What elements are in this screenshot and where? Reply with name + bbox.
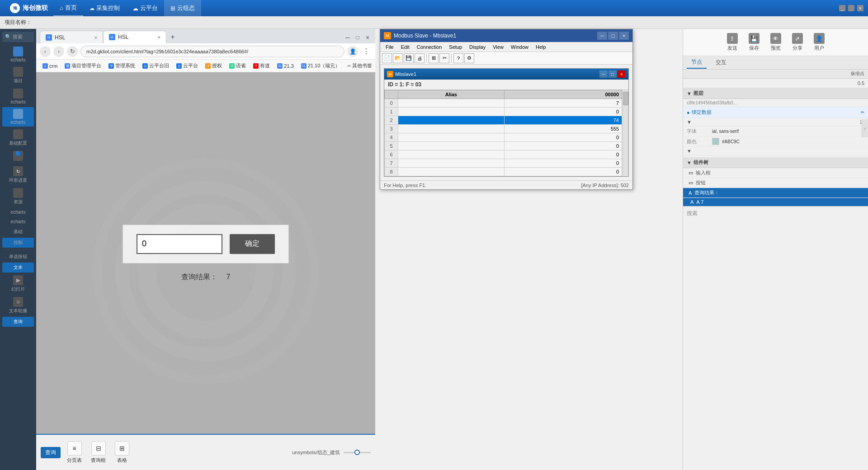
sidebar-item-echarts3[interactable]: echarts [2, 107, 34, 127]
reload-button[interactable]: ↻ [67, 46, 78, 57]
bookmark-project[interactable]: 项 项目管理平台 [62, 61, 104, 70]
bookmark-213[interactable]: 21 21.3 [274, 62, 296, 70]
modbus-tool-5[interactable]: ⊞ [429, 53, 439, 63]
menu-window[interactable]: Window [507, 43, 532, 51]
profile-icon[interactable]: 👤 [347, 46, 358, 57]
symbol-slider[interactable] [344, 452, 371, 453]
modbus-tool-print[interactable]: 🖨 [415, 53, 425, 63]
menu-setup[interactable]: Setup [445, 43, 466, 51]
forward-button[interactable]: › [53, 46, 64, 57]
layer-input-box[interactable]: ▭ 输入框 [683, 168, 868, 178]
modbus-tool-save[interactable]: 💾 [404, 53, 414, 63]
sidebar-item-slides[interactable]: ▶ 幻灯片 [2, 273, 34, 294]
modbus-minimize-btn[interactable]: ─ [597, 32, 607, 40]
sidebar-item-echarts2[interactable]: echarts [2, 87, 34, 106]
browser-tab-1[interactable]: H HSL × [40, 31, 103, 43]
sidebar-item-text[interactable]: 文本 [2, 263, 34, 273]
sidebar-item-control[interactable]: 控制 [2, 238, 34, 248]
bookmark-cloud[interactable]: 云 云平台 [174, 61, 201, 70]
browser-restore[interactable]: □ [354, 33, 362, 42]
back-button[interactable]: ‹ [40, 46, 51, 57]
modbus-tool-config[interactable]: ⚙ [464, 53, 474, 63]
bookmark-2110[interactable]: 21 21.10（瑞元） [298, 61, 343, 70]
sidebar-item-echarts1[interactable]: echarts [2, 45, 34, 64]
menu-icon[interactable]: ⋮ [361, 46, 372, 57]
comp-item-pagination[interactable]: ≡ 分页表 [64, 439, 85, 465]
sidebar-item-resource[interactable]: 资源 [2, 186, 34, 207]
bottom-active-tab[interactable]: 查询 [41, 447, 61, 458]
browser-tab-2[interactable]: H HSL × [103, 31, 166, 43]
layer-query-value[interactable]: A A 7 [683, 198, 868, 207]
menu-connection[interactable]: Connection [413, 43, 446, 51]
bookmark-crm[interactable]: c crm [40, 62, 60, 70]
confirm-button[interactable]: 确定 [230, 234, 275, 254]
right-search[interactable]: 搜索 [683, 207, 868, 220]
close-btn[interactable]: × [857, 5, 863, 11]
browser-close[interactable]: × [363, 33, 372, 42]
nav-collect[interactable]: ☁ 采集控制 [83, 0, 126, 16]
sidebar-item-radio[interactable]: 单选按钮 [2, 252, 34, 262]
tab-close-1[interactable]: × [94, 35, 97, 40]
prop-expand1[interactable]: ▼ 10 [683, 118, 868, 127]
menu-edit[interactable]: Edit [397, 43, 413, 51]
color-swatch[interactable] [712, 138, 719, 145]
modbus-tool-open[interactable]: 📂 [393, 53, 403, 63]
restore-btn[interactable] [848, 5, 854, 11]
layer-button[interactable]: ▭ 按钮 [683, 178, 868, 188]
menu-view[interactable]: View [489, 43, 507, 51]
sidebar-item-query[interactable]: 查询 [2, 317, 34, 327]
sidebar-search[interactable]: 🔍 搜索 [2, 32, 34, 42]
bind-data-header[interactable]: ● 绑定数据 ✏ [683, 107, 868, 118]
layer-query-result-label[interactable]: A 查询结果： [683, 188, 868, 198]
sidebar-item-project[interactable]: 项目 [2, 65, 34, 86]
rt-btn-save[interactable]: 💾 保存 [745, 31, 763, 53]
rt-btn-user[interactable]: 👤 用户 [810, 31, 828, 53]
bookmark-cloud-old[interactable]: 云 云平台旧 [140, 61, 172, 70]
tab-nodes[interactable]: 节点 [687, 56, 707, 69]
tab-interact[interactable]: 交互 [711, 57, 731, 68]
tab-add-button[interactable]: + [166, 31, 179, 43]
url-bar[interactable]: m2d.gkliot.com/client.html?tag=29b1601e3… [80, 46, 344, 57]
menu-file[interactable]: File [382, 43, 397, 51]
rt-btn-send[interactable]: ⇧ 发送 [723, 31, 741, 53]
sidebar-item-huanxing[interactable]: ↻ 环形进度 [2, 164, 34, 185]
app-logo[interactable]: 海 海创微联 [5, 3, 53, 13]
sidebar-item-echarts5[interactable]: echarts [2, 217, 34, 226]
bookmark-youdao[interactable]: Y 有道 [250, 61, 273, 70]
rt-btn-preview[interactable]: 👁 预览 [767, 31, 785, 53]
bookmark-auth[interactable]: 授 授权 [203, 61, 225, 70]
modbus-tool-6[interactable]: ✂ [439, 53, 449, 63]
nav-home[interactable]: ⌂ 首页 [53, 0, 83, 16]
nav-cloud[interactable]: ☁ 云平台 [126, 0, 164, 16]
prop-expand2[interactable]: ▼ [683, 147, 868, 155]
query-input[interactable] [137, 234, 222, 254]
sidebar-item-echarts4[interactable]: echarts [2, 208, 34, 216]
menu-help[interactable]: Help [532, 43, 550, 51]
sidebar-item-tuxing[interactable]: 🔵 [2, 149, 34, 164]
sidebar-item-jichu2[interactable]: 基础 [2, 227, 34, 237]
layers-section2-header[interactable]: ▼ 组件树 [683, 157, 868, 168]
modbus-tool-help[interactable]: ? [453, 53, 463, 63]
expand-right[interactable]: › [862, 119, 868, 137]
browser-minimize[interactable]: ─ [344, 33, 352, 42]
sidebar-item-jichu[interactable]: 基础配置 [2, 127, 34, 148]
layers-section-header[interactable]: ▼ 图层 [683, 88, 868, 99]
minimize-btn[interactable]: _ [839, 5, 845, 11]
menu-display[interactable]: Display [466, 43, 489, 51]
modbus-close-btn[interactable]: × [619, 32, 629, 40]
rt-btn-share[interactable]: ⇗ 分享 [788, 31, 807, 53]
nav-cloud-state[interactable]: ⊞ 云组态 [164, 0, 201, 16]
bookmark-admin[interactable]: 管 管理系统 [106, 61, 138, 70]
modbus-tool-new[interactable]: 📄 [382, 53, 392, 63]
comp-item-table[interactable]: ⊞ 表格 [112, 439, 132, 465]
tab-close-2[interactable]: × [158, 34, 160, 40]
comp-item-querybox[interactable]: ⊟ 查询框 [88, 439, 108, 465]
modbus-restore-btn[interactable]: □ [608, 32, 618, 40]
mbslave-minimize[interactable]: ─ [599, 70, 608, 78]
mbslave-scrollbar[interactable] [622, 90, 628, 176]
more-bookmarks[interactable]: ›› 其他书签 [344, 61, 374, 70]
sidebar-item-textroll[interactable]: ≡ 文本轮播 [2, 295, 34, 316]
bookmark-yuque[interactable]: 语 语雀 [226, 61, 249, 70]
mbslave-close[interactable]: × [618, 70, 626, 78]
mbslave-restore[interactable]: □ [609, 70, 617, 78]
